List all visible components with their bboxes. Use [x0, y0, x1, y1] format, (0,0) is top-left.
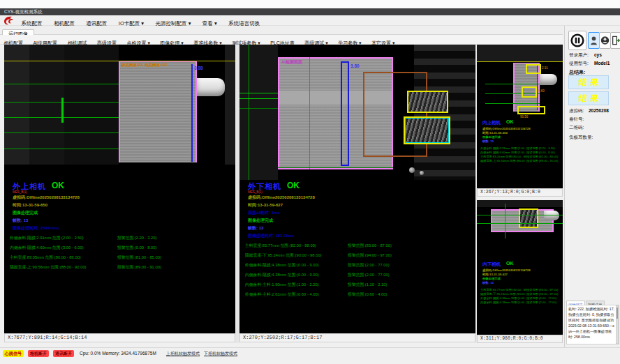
- roi-blue-box: [341, 61, 349, 166]
- tab-detect-box: [522, 86, 537, 98]
- process-done-line: 图像处理完成: [248, 218, 273, 224]
- admin-user-button[interactable]: [599, 32, 611, 49]
- tab-detect-box: [404, 116, 450, 144]
- result-text: 结果: [579, 93, 603, 103]
- measurement-alarm: 报警范围:(0.00 - 8.00): [117, 245, 156, 251]
- menu-bar: 系统配置 相机配置 通讯配置 IO卡配置 ▾ 光源控制配置 ▾ 查看 ▾ 系统语…: [0, 15, 620, 26]
- bolt: [420, 171, 424, 175]
- measurement-alarm: 报警范围:(81.00 - 85.00): [117, 255, 161, 261]
- toolbar: 相机配置 AI使用配置 相机调试 高级设置 点检设置 ▾ 图像处理 ▾ 基准线参…: [0, 35, 563, 45]
- camera-result-ok: OK: [506, 261, 514, 266]
- camera-view-inner-upper[interactable]: 2.91 4.60 90.56 内上相机 OK 虚拟码:Offline20250…: [477, 45, 563, 188]
- measurement-row: 外侧余料-隔膜:4.38mm 范围:(0.00 - 9.00) 报警范围:(2.…: [245, 262, 390, 268]
- measurement-alarm: 报警范围:(83.00 - 87.00): [526, 288, 558, 291]
- camera-view-outer-upper[interactable]: 静态阈值:93, 动态阈值:100 3.88 外上相机 OK MES_B(1) …: [4, 45, 235, 333]
- neg-tab-count-label: 负极耳数量:: [569, 135, 593, 141]
- measurement-value: 隔膜宽度-上:90.56mm 范围:(88.00 - 92.00): [10, 264, 117, 271]
- blue-measure-label: 3.80: [350, 63, 360, 68]
- log-scrollbar[interactable]: [616, 305, 619, 344]
- measurement-value: 内侧余料-隔膜:4.60mm 范围:(3.00 - 6.00): [480, 151, 526, 154]
- mes-tag: MES_B(1): [13, 190, 27, 194]
- machine-band: [64, 45, 119, 165]
- ai-time-line: 深度AI耗时: 1ms: [248, 210, 280, 216]
- measurement-row: 隔膜宽度-上:90.56mm 范围:(88.00 - 92.00) 报警范围:(…: [480, 159, 558, 162]
- measurement-value: 内侧余料-隔膜:4.60mm 范围:(3.00 - 6.00): [10, 245, 117, 251]
- mes-tag: MES_B(1): [248, 190, 263, 194]
- measurement-value: 主料宽度:83.77mm 范围:(82.00 - 88.00): [245, 243, 348, 249]
- measurement-alarm: 报警范围:(2.00 - 77.00): [526, 296, 556, 300]
- measurement-alarm: 报警范围:(89.00 - 91.00): [117, 264, 161, 271]
- overlay-green-line: [477, 223, 563, 224]
- virtual-code-value: 20250208: [589, 108, 609, 113]
- tab-detect-box: [407, 91, 448, 113]
- log-scrollbar-thumb[interactable]: [617, 308, 618, 319]
- cursor-pixel-info: X:7677;Y:891;R:14;G:14;B:14: [8, 335, 87, 340]
- threshold-label: 静态阈值:93, 动态阈值:100: [121, 63, 168, 68]
- overlay-green-line: [485, 103, 540, 104]
- measurement-value: 隔膜宽度-下:95.24mm 范围:(93.00 - 98.00): [480, 292, 526, 296]
- control-panel: 登录用户: cys 使用型号: Model1 总结果: 结果 结果 虚拟码: 2…: [564, 26, 620, 347]
- cursor-pixel-info: X:311;Y:980;R:0;G:0;B:0: [480, 336, 543, 341]
- machine-band: [477, 45, 563, 62]
- tab-detect-box: [526, 64, 541, 74]
- app-window: CYS-视觉检测系统 系统配置 相机配置 通讯配置 IO卡配置 ▾ 光源控制配置…: [0, 0, 620, 364]
- exit-button[interactable]: [610, 32, 620, 49]
- measurement-row: 主料宽度:83.05mm 范围:(80.00 - 86.00) 报警范围:(81…: [10, 255, 161, 261]
- measurement-value: 内侧余料-主料:1.90mm 范围:(1.00 - 2.20): [245, 282, 348, 288]
- left-view-status-bar: X:7677;Y:891;R:14;G:14;B:14: [4, 333, 235, 342]
- model-label: 使用型号:: [569, 61, 589, 67]
- virtual-code-line: 虚拟码:Offline20250208133134728: [482, 127, 531, 130]
- comm-status-badge: 通讯断开: [53, 350, 74, 357]
- operator-user-button[interactable]: [588, 32, 600, 49]
- camera-status-badge: 相机断开: [28, 350, 49, 357]
- tab-strip: 运行图像: [0, 26, 563, 35]
- heartbeat-status-badge: 心跳信号: [3, 350, 24, 357]
- measurement-value: 隔膜宽度-上:90.56mm 范围:(88.00 - 92.00): [480, 159, 526, 162]
- frame-count-line: 帧数: 13: [482, 139, 494, 143]
- virtual-code-line: 虚拟码:Offline20250208133134728: [482, 268, 531, 272]
- frame-count-line: 帧数: 13: [248, 225, 263, 232]
- process-done-line: 图像处理完成: [482, 135, 501, 139]
- measurement-value: 外侧余料-主料:2.61mm 范围:(0.60 - 4.00): [245, 291, 348, 298]
- camera-result-ok: OK: [52, 181, 64, 190]
- measurement-value: 内侧余料-隔膜:4.38mm 范围:(0.00 - 9.00): [480, 301, 526, 304]
- middle-view-status-bar: X:270;Y:2502;R:17;G:17;B:17: [239, 333, 475, 342]
- log-view[interactable]: 耗时: 222, 拍摄检测耗时: 17, 拍摄分息耗时: 0, 拍摄抓取分区耗时…: [566, 305, 619, 344]
- user-badge-icon: [600, 36, 610, 45]
- measurement-row: 外侧余料-隔膜:4.38mm 范围:(0.00 - 9.00) 报警范围:(2.…: [480, 296, 556, 300]
- cursor-pixel-info: X:270;Y:2502;R:17;G:17;B:17: [243, 335, 322, 340]
- machine-band: [29, 45, 64, 165]
- measurement-alarm: 报警范围:(2.20 - 3.20): [526, 146, 555, 150]
- measurement-row: 外侧余料-主料:2.61mm 范围:(0.60 - 4.00) 报警范围:(0.…: [245, 291, 387, 298]
- pause-icon: [570, 33, 584, 47]
- measurement-value: 主料宽度:83.05mm 范围:(80.00 - 86.00): [480, 155, 526, 158]
- measurement-alarm: 报警范围:(2.00 - 77.00): [348, 262, 390, 268]
- overlay-green-marker: [61, 98, 64, 123]
- measurement-row: 内侧余料-主料:1.90mm 范围:(1.00 - 2.20) 报警范围:(1.…: [245, 282, 387, 288]
- overlay-green-line: [485, 84, 540, 84]
- result-badge-upper: 结果: [568, 75, 609, 89]
- pause-button[interactable]: [568, 31, 586, 50]
- model-value[interactable]: Model1: [594, 61, 610, 66]
- machine-band: [225, 45, 235, 165]
- measurement-row: 内侧余料-隔膜:4.38mm 范围:(0.00 - 9.00) 报警范围:(2.…: [245, 272, 390, 278]
- camera-view-inner-lower[interactable]: 内下相机 OK 虚拟码:Offline20250208133134728 时间:…: [477, 200, 563, 335]
- camera-view-outer-lower[interactable]: AI检测画面 3.80 外下相机 OK MES_B(1) 虚拟码:Offline…: [239, 45, 475, 333]
- camera-result-ok: OK: [287, 181, 300, 190]
- measurement-row: 隔膜宽度-下:95.24mm 范围:(93.00 - 98.00) 报警范围:(…: [480, 292, 558, 296]
- ai-region-label: AI检测画面: [281, 59, 302, 66]
- mini-bottom-status-bar: X:311;Y:980;R:0;G:0;B:0: [477, 335, 563, 343]
- measurement-row: 外侧余料-隔膜:2.91mm 范围:(2.00 - 3.50) 报警范围:(2.…: [480, 146, 555, 150]
- overlay-green-line: [477, 215, 563, 215]
- upper-camera-trigger-mode: 上相机软触发模式: [166, 351, 200, 357]
- annotation-label: 2.91: [542, 66, 548, 70]
- measurement-value: 内侧余料-隔膜:4.38mm 范围:(0.00 - 9.00): [245, 272, 348, 278]
- measurement-value: 隔膜宽度-下:95.24mm 范围:(93.00 - 98.00): [245, 252, 348, 259]
- measurement-row: 主料宽度:83.05mm 范围:(80.00 - 86.00) 报警范围:(81…: [480, 155, 558, 158]
- overlay-green-line: [505, 204, 505, 238]
- overlay-blue-line: [191, 64, 193, 162]
- tape-tab: [544, 211, 559, 220]
- tab-detect-box: [519, 208, 538, 228]
- result-text: 结果: [579, 77, 603, 87]
- window-status-bar: 心跳信号 相机断开 通讯断开 Cpu: 0.0% Memory: 3424.41…: [0, 347, 620, 358]
